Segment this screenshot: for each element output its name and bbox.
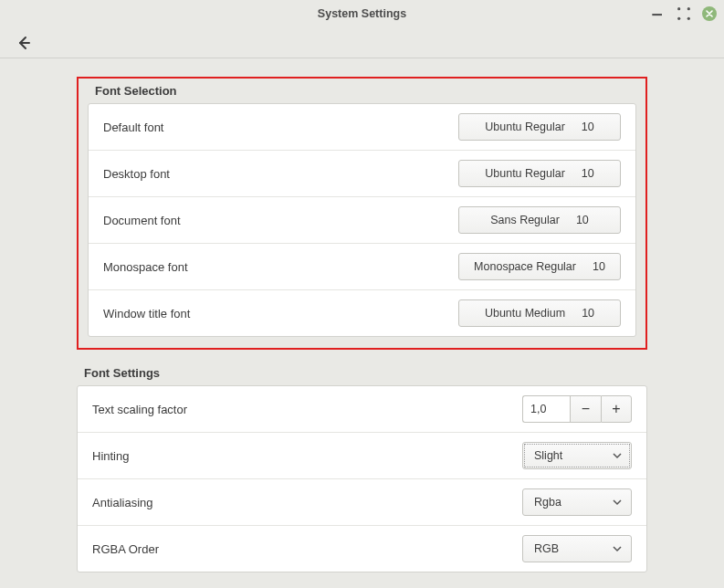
chevron-down-icon [613, 451, 622, 460]
font-picker-desktop[interactable]: Ubuntu Regular 10 [458, 160, 621, 187]
scaling-stepper: − + [522, 395, 632, 423]
chevron-down-icon [613, 498, 622, 507]
font-name: Ubuntu Regular [485, 121, 565, 133]
chevron-down-icon [613, 544, 622, 553]
font-picker-monospace[interactable]: Monospace Regular 10 [458, 253, 621, 280]
font-selection-panel: Default font Ubuntu Regular 10 Desktop f… [88, 103, 636, 337]
antialiasing-value: Rgba [534, 496, 561, 509]
scaling-input[interactable] [522, 395, 570, 423]
label-monospace-font: Monospace font [103, 260, 188, 274]
hinting-value: Slight [534, 449, 562, 462]
font-selection-title: Font Selection [88, 84, 636, 98]
font-picker-default[interactable]: Ubuntu Regular 10 [458, 113, 621, 141]
label-antialiasing: Antialiasing [92, 496, 153, 509]
font-picker-document[interactable]: Sans Regular 10 [458, 206, 621, 234]
label-document-font: Document font [103, 214, 181, 227]
label-desktop-font: Desktop font [103, 167, 170, 181]
label-rgba-order: RGBA Order [92, 542, 159, 556]
content-area: Font Selection Default font Ubuntu Regul… [0, 58, 724, 588]
font-settings-title: Font Settings [77, 366, 647, 380]
font-name: Ubuntu Medium [485, 307, 565, 320]
svg-point-3 [677, 17, 680, 20]
row-rgba-order: RGBA Order RGB [78, 525, 646, 572]
window-controls [651, 0, 717, 27]
hinting-combo[interactable]: Slight [522, 442, 632, 469]
font-size: 10 [582, 167, 594, 180]
font-name: Monospace Regular [474, 260, 576, 273]
font-size: 10 [576, 214, 589, 226]
titlebar: System Settings [0, 0, 724, 27]
font-name: Ubuntu Regular [485, 167, 565, 180]
row-monospace-font: Monospace font Monospace Regular 10 [89, 243, 635, 289]
row-document-font: Document font Sans Regular 10 [89, 196, 635, 243]
svg-rect-0 [652, 14, 662, 16]
scaling-increment[interactable]: + [601, 395, 632, 423]
label-default-font: Default font [103, 121, 164, 134]
maximize-button[interactable] [677, 6, 691, 21]
row-antialiasing: Antialiasing Rgba [78, 478, 646, 525]
rgba-combo[interactable]: RGB [522, 535, 632, 562]
row-default-font: Default font Ubuntu Regular 10 [89, 104, 635, 150]
row-window-title-font: Window title font Ubuntu Medium 10 [89, 289, 635, 336]
svg-point-4 [687, 17, 690, 20]
back-arrow-icon [16, 35, 32, 51]
rgba-value: RGB [534, 542, 559, 555]
label-hinting: Hinting [92, 449, 129, 463]
close-button[interactable] [702, 6, 717, 21]
font-name: Sans Regular [490, 214, 560, 226]
toolbar [0, 27, 724, 58]
label-window-title-font: Window title font [103, 307, 190, 320]
back-button[interactable] [11, 30, 37, 56]
font-size: 10 [593, 260, 605, 273]
row-text-scaling: Text scaling factor − + [78, 386, 646, 432]
row-desktop-font: Desktop font Ubuntu Regular 10 [89, 150, 635, 196]
label-text-scaling: Text scaling factor [92, 403, 187, 416]
font-size: 10 [582, 307, 594, 320]
font-picker-window-title[interactable]: Ubuntu Medium 10 [458, 299, 621, 327]
row-hinting: Hinting Slight [78, 432, 646, 478]
svg-point-1 [677, 7, 680, 10]
antialiasing-combo[interactable]: Rgba [522, 488, 632, 516]
window-title: System Settings [318, 7, 406, 20]
svg-point-2 [687, 7, 690, 10]
font-selection-highlight: Font Selection Default font Ubuntu Regul… [77, 77, 647, 350]
font-size: 10 [582, 121, 594, 133]
minimize-button[interactable] [651, 6, 666, 21]
font-settings-panel: Text scaling factor − + Hinting Slight A… [77, 385, 647, 572]
scaling-decrement[interactable]: − [570, 395, 601, 423]
